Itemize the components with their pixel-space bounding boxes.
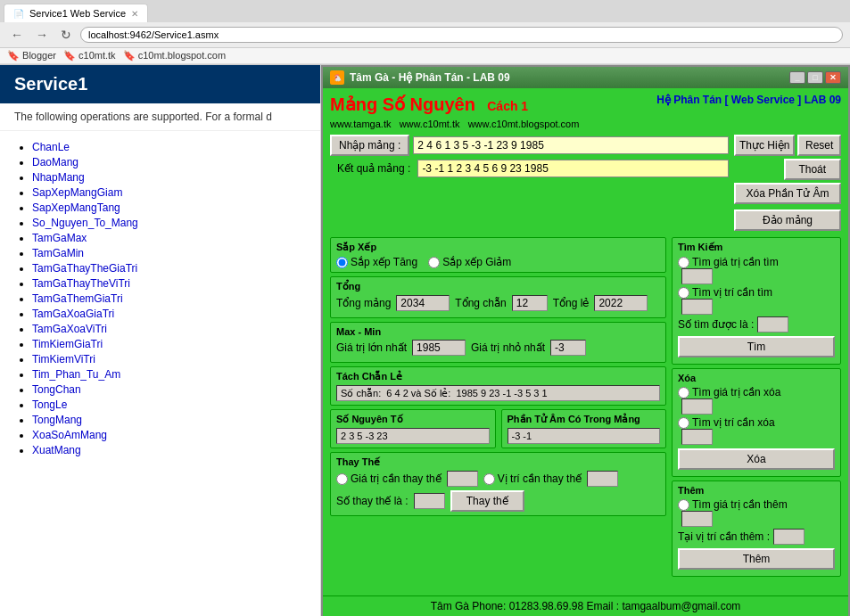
service-list-item: TamGaXoaGiaTri: [32, 308, 306, 320]
xoa-vi-tri-radio[interactable]: Tìm vị trí cần xóa: [678, 416, 835, 429]
so-nguyen-to-row: Số Nguyên Tố Phần Tử Âm Có Trong Mảng: [330, 409, 666, 452]
them-panel: Thêm Tìm giá trị cần thêm Tại vị trí cần…: [672, 480, 841, 577]
browser-tab[interactable]: 📄 Service1 Web Service ✕: [4, 4, 148, 22]
tong-mang-value[interactable]: [396, 295, 450, 311]
xoa-gia-tri-input[interactable]: [681, 398, 713, 415]
them-btn[interactable]: Thêm: [678, 548, 835, 570]
app-window: 🐔 Tâm Gà - Hệ Phân Tán - LAB 09 _ □ ✕ Mả…: [321, 65, 850, 616]
service-link-tamgathaythevitri[interactable]: TamGaThayTheViTri: [32, 277, 130, 290]
tim-vi-tri-input[interactable]: [681, 299, 713, 315]
service-desc: The following operations are supported. …: [0, 103, 320, 131]
service-link-so_nguyen_to_mang[interactable]: So_Nguyen_To_Mang: [32, 217, 138, 229]
service-link-sapxepmanggiam[interactable]: SapXepMangGiam: [32, 186, 122, 199]
tim-vi-tri-radio[interactable]: Tìm vị trí cần tìm: [678, 286, 835, 299]
close-btn[interactable]: ✕: [825, 71, 841, 84]
service-list-item: SapXepMangGiam: [32, 186, 306, 199]
service-link-tim_phan_tu_am[interactable]: Tim_Phan_Tu_Am: [32, 368, 120, 381]
xoa-row1: Tìm giá trị cần xóa: [678, 386, 835, 415]
service-link-daomang[interactable]: DaoMang: [32, 156, 78, 168]
tab-bar: 📄 Service1 Web Service ✕: [0, 0, 850, 22]
service-link-xuatmang[interactable]: XuatMang: [32, 444, 81, 456]
tong-le-value[interactable]: [594, 295, 648, 311]
tab-label: Service1 Web Service: [29, 8, 126, 19]
forward-btn[interactable]: →: [32, 26, 52, 44]
vi-tri-thay-input[interactable]: [587, 471, 618, 487]
xoa-gia-tri-label: Tìm giá trị cần xóa: [692, 386, 780, 398]
thuc-hien-btn[interactable]: Thực Hiện: [734, 135, 795, 156]
bookmark-blogger[interactable]: 🔖 Blogger: [7, 50, 56, 62]
phan-tu-am-value[interactable]: [508, 428, 661, 444]
ketqua-mang[interactable]: [417, 160, 729, 177]
tim-gia-tri-input[interactable]: [681, 268, 713, 284]
them-title: Thêm: [678, 485, 835, 496]
gia-tri-thay-input[interactable]: [447, 471, 478, 487]
service-list-item: TongChan: [32, 383, 306, 396]
service-link-tongchan[interactable]: TongChan: [32, 383, 81, 396]
bookmark-blogspot[interactable]: 🔖 c10mt.blogspot.com: [123, 50, 227, 62]
back-btn[interactable]: ←: [7, 26, 27, 44]
so-tim-input[interactable]: [757, 316, 788, 333]
thay-the-panel: Thay Thế Giá trị cần thay thế Vị trí cần…: [330, 452, 666, 516]
sap-xep-tang-radio[interactable]: Sắp xếp Tăng: [336, 256, 417, 268]
service-list-item: ChanLe: [32, 141, 306, 153]
them-gia-tri-radio[interactable]: Tìm giá trị cần thêm: [678, 498, 835, 511]
them-gia-tri-input[interactable]: [681, 511, 713, 527]
app-urls: www.tamga.tk www.c10mt.tk www.c10mt.blog…: [330, 119, 841, 129]
them-row1: Tìm giá trị cần thêm: [678, 498, 835, 527]
reset-btn[interactable]: Reset: [797, 135, 841, 156]
thay-the-btn[interactable]: Thay thế: [450, 490, 524, 512]
service-link-nhapmang[interactable]: NhapMang: [32, 171, 85, 184]
so-nguyen-to-value[interactable]: [336, 428, 490, 444]
thoat-btn[interactable]: Thoát: [784, 159, 842, 180]
service-link-tamgathaythegiatri[interactable]: TamGaThayTheGiaTri: [32, 262, 137, 275]
vi-tri-thay-label: Vị trí cần thay thế: [498, 472, 582, 485]
maximize-btn[interactable]: □: [807, 71, 823, 84]
tach-chan-le-value[interactable]: [336, 385, 660, 401]
bookmark-c10mt[interactable]: 🔖 c10mt.tk: [63, 50, 116, 62]
title-controls: _ □ ✕: [789, 71, 841, 84]
them-vi-tri-input[interactable]: [773, 529, 805, 545]
service-link-tamgaxoavitri[interactable]: TamGaXoaViTri: [32, 323, 107, 335]
service-link-chanle[interactable]: ChanLe: [32, 141, 70, 153]
tim-gia-tri-radio[interactable]: Tìm giá trị cần tìm: [678, 256, 835, 268]
so-thay-the-input[interactable]: [414, 493, 445, 509]
service-link-timkiemvitri[interactable]: TimKiemViTri: [32, 353, 95, 365]
vi-tri-thay-radio[interactable]: Vị trí cần thay thế: [483, 472, 582, 485]
service-link-tamgamin[interactable]: TamGaMin: [32, 247, 84, 259]
gia-tri-thay-radio[interactable]: Giá trị cần thay thế: [336, 472, 442, 485]
xoa-btn[interactable]: Xóa: [678, 448, 835, 470]
service-link-tongle[interactable]: TongLe: [32, 398, 67, 411]
xoa-vi-tri-input[interactable]: [681, 429, 713, 445]
service-link-tamgathemgiatri[interactable]: TamGaThemGiaTri: [32, 292, 123, 305]
thay-the-row2: Số thay thế là : Thay thế: [336, 490, 660, 512]
service-link-timkiemgiatri[interactable]: TimKiemGiaTri: [32, 338, 103, 350]
dao-mang-btn[interactable]: Đảo mảng: [734, 209, 841, 231]
tong-row: Tổng mảng Tổng chẵn Tổng lẻ: [336, 295, 660, 311]
address-bar[interactable]: [80, 27, 843, 43]
service-list-item: NhapMang: [32, 171, 306, 184]
xoa-phan-tu-am-btn[interactable]: Xóa Phần Tử Âm: [734, 183, 841, 204]
service-link-sapxepmangtang[interactable]: SapXepMangTang: [32, 201, 120, 214]
xoa-gia-tri-radio[interactable]: Tìm giá trị cần xóa: [678, 386, 835, 398]
minimize-btn[interactable]: _: [789, 71, 805, 84]
nho-nhat-value[interactable]: [550, 340, 586, 356]
refresh-btn[interactable]: ↻: [57, 26, 75, 44]
service-link-xoasoammang[interactable]: XoaSoAmMang: [32, 429, 107, 441]
tim-btn[interactable]: Tìm: [678, 336, 835, 357]
app-heading-area: Mảng Số Nguyên Cách 1: [330, 94, 528, 115]
nhap-mang-btn[interactable]: Nhập mảng :: [330, 135, 409, 156]
input-mang[interactable]: [413, 136, 729, 154]
main-layout: Service1 The following operations are su…: [0, 65, 850, 616]
sap-xep-giam-radio[interactable]: Sắp xếp Giảm: [428, 256, 511, 268]
tab-close-btn[interactable]: ✕: [131, 9, 138, 19]
service-header: Service1: [0, 65, 320, 103]
sap-xep-panel: Sắp Xếp Sắp xếp Tăng Sắp xếp Giảm: [330, 237, 666, 273]
browser-chrome: 📄 Service1 Web Service ✕ ← → ↻ 🔖 Blogger…: [0, 0, 850, 65]
lon-nhat-value[interactable]: [412, 340, 466, 356]
service-link-tongmang[interactable]: TongMang: [32, 414, 82, 426]
service-title: Service1: [14, 74, 87, 94]
service-list-item: TimKiemViTri: [32, 353, 306, 365]
tong-chan-value[interactable]: [512, 295, 548, 311]
service-link-tamgaxoagiatri[interactable]: TamGaXoaGiaTri: [32, 308, 114, 320]
service-link-tamgamax[interactable]: TamGaMax: [32, 232, 87, 244]
